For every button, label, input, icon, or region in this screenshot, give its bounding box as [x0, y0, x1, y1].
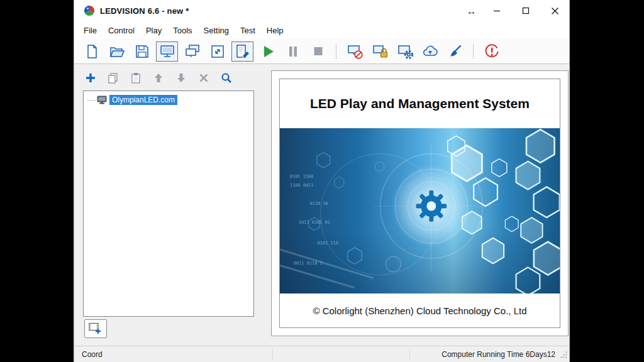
menu-bar: File Control Play Tools Setting Test Hel… — [74, 21, 569, 39]
search-button[interactable] — [219, 70, 234, 85]
about-info-button[interactable] — [480, 41, 502, 62]
screen: LEDVISION 6.6 - new * ↔ File Control Pla… — [0, 0, 644, 362]
status-coord: Coord — [82, 350, 103, 359]
pause-button[interactable] — [282, 41, 304, 62]
menu-help[interactable]: Help — [261, 23, 289, 38]
paste-button[interactable] — [128, 70, 143, 85]
svg-text:0101 110: 0101 110 — [317, 240, 338, 246]
title-bar: LEDVISION 6.6 - new * ↔ — [74, 0, 569, 21]
menu-control[interactable]: Control — [103, 23, 140, 38]
minimize-button[interactable] — [482, 0, 511, 21]
edit-program-button[interactable] — [231, 41, 253, 62]
tree-toolbar — [83, 70, 234, 85]
svg-text:1100 0011: 1100 0011 — [290, 182, 314, 188]
resize-grip[interactable] — [560, 351, 568, 361]
toolbar-separator — [336, 44, 336, 59]
window-controls — [482, 0, 569, 21]
maximize-button[interactable] — [511, 0, 540, 21]
add-screen-tree-button[interactable] — [83, 70, 98, 85]
window-title: LEDVISION 6.6 - new * — [100, 6, 189, 16]
tree-node-label[interactable]: OlympianLED.com — [109, 95, 177, 105]
close-button[interactable] — [540, 0, 569, 21]
screen-icon — [97, 96, 108, 105]
copy-button[interactable] — [106, 70, 121, 85]
status-bar: Coord Computer Running Time 6Days12 — [74, 346, 569, 362]
menu-file[interactable]: File — [78, 23, 103, 38]
save-button[interactable] — [131, 41, 153, 62]
forbid-screen-button[interactable] — [343, 41, 365, 62]
resize-cursor-icon: ↔ — [467, 6, 476, 16]
move-up-button[interactable] — [151, 70, 166, 85]
cloud-service-button[interactable] — [419, 41, 441, 62]
lock-screen-button[interactable] — [369, 41, 391, 62]
open-file-button[interactable] — [106, 41, 128, 62]
menu-test[interactable]: Test — [235, 23, 261, 38]
preview-frame: LED Play and Management System — [279, 79, 560, 328]
menu-tools[interactable]: Tools — [167, 23, 197, 38]
menu-setting[interactable]: Setting — [198, 23, 235, 38]
statusbar-separator — [409, 349, 410, 359]
screen-management-button[interactable] — [156, 41, 178, 62]
toolbar-separator — [473, 44, 474, 59]
svg-text:1011 0101 01: 1011 0101 01 — [299, 219, 330, 225]
delete-button[interactable] — [196, 70, 211, 85]
statusbar-separator — [272, 349, 273, 359]
status-running-time: Computer Running Time 6Days12 — [441, 350, 562, 359]
multi-display-button[interactable] — [181, 41, 203, 62]
add-program-button[interactable] — [84, 319, 107, 338]
move-down-button[interactable] — [174, 70, 189, 85]
cleanup-button[interactable] — [444, 41, 466, 62]
app-window: LEDVISION 6.6 - new * ↔ File Control Pla… — [74, 0, 570, 362]
tree-connector — [87, 100, 96, 101]
preview-panel: LED Play and Management System — [271, 70, 569, 336]
screen-tree[interactable]: OlympianLED.com — [83, 90, 254, 317]
svg-text:0101 1100: 0101 1100 — [290, 173, 314, 179]
menu-play[interactable]: Play — [140, 23, 167, 38]
preview-footer: © Colorlight (Shenzhen) Cloud Technology… — [280, 293, 560, 327]
main-toolbar — [74, 39, 569, 64]
app-logo-icon — [84, 5, 95, 16]
preview-image: 0101 1100 1100 0011 0110 10 1011 0101 01… — [280, 128, 560, 293]
preview-title: LED Play and Management System — [280, 79, 560, 128]
stop-button[interactable] — [307, 41, 329, 62]
new-file-button[interactable] — [80, 41, 103, 62]
svg-text:0110 10: 0110 10 — [310, 200, 328, 206]
play-button[interactable] — [257, 41, 279, 62]
screen-settings-button[interactable] — [394, 41, 416, 62]
screen-zoom-button[interactable] — [206, 41, 228, 62]
tree-node-screen[interactable]: OlympianLED.com — [84, 91, 253, 105]
main-area: OlympianLED.com LED Play and Management … — [74, 64, 569, 346]
